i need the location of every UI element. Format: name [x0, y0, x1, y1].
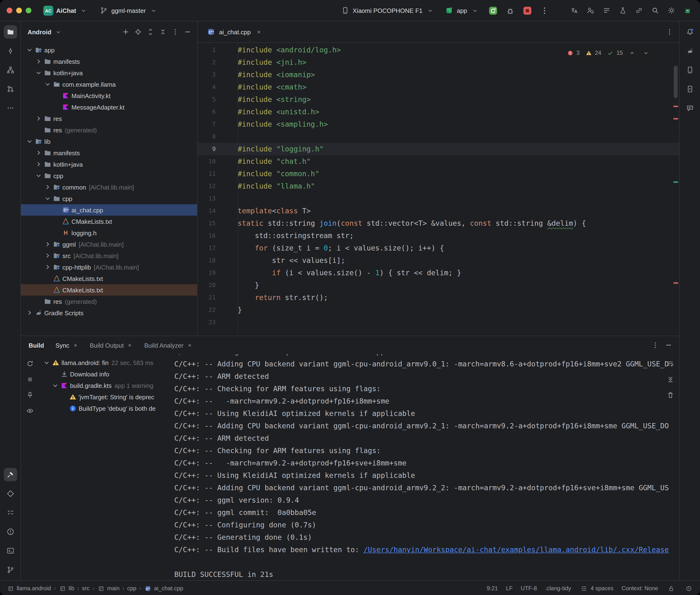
run-button[interactable]	[486, 4, 500, 17]
build-button[interactable]	[4, 468, 17, 481]
error-stripe-mark[interactable]	[673, 118, 678, 119]
project-button[interactable]	[4, 25, 17, 38]
running-devices-button[interactable]	[683, 82, 696, 96]
code-line[interactable]: 7#include <sampling.h>	[198, 118, 679, 131]
context-widget[interactable]: Context: None	[622, 585, 658, 592]
tree-item[interactable]: lib	[21, 136, 197, 147]
code-style-config[interactable]: .clang-tidy	[545, 585, 571, 592]
breadcrumb-item[interactable]: cpp	[127, 585, 137, 592]
code-line[interactable]: 23	[198, 316, 679, 329]
run-configuration-selector[interactable]: app	[441, 4, 483, 17]
tree-item[interactable]: BuildType 'debug' is both de	[39, 403, 169, 414]
expand-icon[interactable]	[145, 27, 156, 37]
passed-count[interactable]: 15	[606, 48, 623, 58]
tree-item[interactable]: Hlogging.h	[21, 227, 197, 238]
locate-icon[interactable]	[133, 27, 144, 37]
close-tab-icon[interactable]	[254, 27, 264, 37]
tree-item[interactable]: res(generated)	[21, 296, 197, 307]
code-line[interactable]: 9#include "logging.h"	[198, 143, 679, 155]
minimize-window-button[interactable]	[16, 8, 22, 13]
notifications-button[interactable]	[683, 25, 696, 38]
translate-button[interactable]	[567, 4, 581, 17]
settings-button[interactable]	[665, 4, 678, 17]
breadcrumb-item[interactable]: lib	[59, 584, 74, 593]
tab-build-analyzer[interactable]: Build Analyzer	[141, 339, 197, 352]
tree-item[interactable]: ggml[AiChat.lib.main]	[21, 238, 197, 250]
dependencies-button[interactable]	[4, 487, 17, 500]
breadcrumb-item[interactable]: main	[97, 584, 119, 593]
tree-item[interactable]: build.gradle.ktsapp 1 warning	[39, 380, 169, 391]
breadcrumb-item[interactable]: src	[82, 585, 89, 592]
code-line[interactable]: 11#include "common.h"	[198, 168, 679, 180]
code-line[interactable]: 21 return str.str();	[198, 291, 679, 304]
scroll-end-icon[interactable]	[666, 374, 675, 384]
error-stripe-mark[interactable]	[673, 282, 678, 284]
code-line[interactable]: 5#include <string>	[198, 93, 679, 106]
code-line[interactable]: 10#include "chat.h"	[198, 155, 679, 168]
line-separator[interactable]: LF	[506, 585, 512, 592]
prev-problem-icon[interactable]	[627, 48, 637, 58]
editor-body[interactable]: 1#include <android/log.h>2#include <jni.…	[198, 43, 679, 336]
editor-scrollbar[interactable]	[674, 66, 678, 98]
code-line[interactable]: 4#include <cmath>	[198, 81, 679, 93]
device-selector[interactable]: Xiaomi POCOPHONE F1	[337, 4, 438, 17]
code-line[interactable]: 20 }	[198, 279, 679, 291]
indent-config[interactable]: 4 spaces	[579, 584, 614, 593]
warning-count[interactable]: 24	[584, 48, 601, 58]
breadcrumb-item[interactable]: C++ai_chat.cpp	[144, 584, 184, 593]
more-run-actions-button[interactable]	[537, 4, 551, 17]
breadcrumb-item[interactable]: llama.android	[7, 584, 51, 593]
inspections-widget[interactable]: 3 24 15	[562, 47, 654, 59]
tab-sync[interactable]: Sync	[52, 339, 83, 352]
tree-item[interactable]: C++ai_chat.cpp	[21, 204, 197, 216]
terminal-button[interactable]	[4, 544, 17, 557]
code-line[interactable]: 8	[198, 131, 679, 143]
collapse-icon[interactable]	[157, 27, 169, 37]
tree-item[interactable]: CMakeLists.txt	[21, 284, 197, 296]
close-tab-icon[interactable]	[126, 340, 134, 350]
error-stripe-mark[interactable]	[673, 106, 678, 107]
tree-item[interactable]: cpp	[21, 193, 197, 204]
soft-wrap-icon[interactable]	[666, 359, 675, 368]
file-encoding[interactable]: UTF-8	[521, 585, 537, 592]
tree-item[interactable]: 'jvmTarget: String' is deprec	[39, 391, 169, 403]
stop-button[interactable]	[520, 4, 534, 17]
code-line[interactable]: 22}	[198, 304, 679, 316]
app-quality-insights-button[interactable]	[683, 102, 696, 115]
pin-icon[interactable]	[25, 390, 35, 400]
editor-options-icon[interactable]	[665, 27, 674, 37]
hide-icon[interactable]	[182, 27, 193, 37]
project-view-selector[interactable]: Android	[28, 27, 63, 37]
stop-square-icon[interactable]	[25, 374, 35, 384]
gradle-button[interactable]	[683, 44, 696, 58]
tree-item[interactable]: cpp	[21, 170, 197, 181]
tree-item[interactable]: app	[21, 44, 197, 56]
tree-item[interactable]: CMakeLists.txt	[21, 273, 197, 284]
profile-avatar-button[interactable]	[681, 4, 694, 17]
code-line[interactable]: 13	[198, 192, 679, 205]
search-button[interactable]	[648, 4, 662, 17]
code-line[interactable]: 17 for (size_t i = 0; i < values.size();…	[198, 242, 679, 254]
tree-item[interactable]: res(generated)	[21, 124, 197, 136]
profiler-button[interactable]	[584, 4, 597, 17]
code-line[interactable]: 16 std::ostringstream str;	[198, 229, 679, 242]
preview-icon[interactable]	[25, 406, 35, 416]
tree-item[interactable]: res	[21, 113, 197, 124]
tree-item[interactable]: kotlin+java	[21, 67, 197, 79]
tree-item[interactable]: CMakeLists.txt	[21, 216, 197, 227]
console-link[interactable]: /Users/hanyin/Workspace/ai-chat/examples…	[363, 545, 669, 554]
version-control-button[interactable]	[4, 563, 17, 576]
code-line[interactable]: 18 str << values[i];	[198, 254, 679, 267]
problems-button[interactable]	[4, 525, 17, 538]
build-tool-window-title[interactable]: Build	[29, 342, 44, 349]
close-tab-icon[interactable]	[186, 340, 193, 350]
more-vertical-icon[interactable]	[170, 27, 181, 37]
plus-icon[interactable]	[120, 27, 132, 37]
code-line[interactable]: 3#include <iomanip>	[198, 68, 679, 81]
device-manager-button[interactable]	[683, 63, 696, 77]
pull-requests-button[interactable]	[4, 82, 17, 96]
tree-item[interactable]: MessageAdapter.kt	[21, 102, 197, 113]
debug-button[interactable]	[503, 4, 517, 17]
tree-item[interactable]: manifests	[21, 147, 197, 159]
tree-item[interactable]: com.example.llama	[21, 79, 197, 90]
